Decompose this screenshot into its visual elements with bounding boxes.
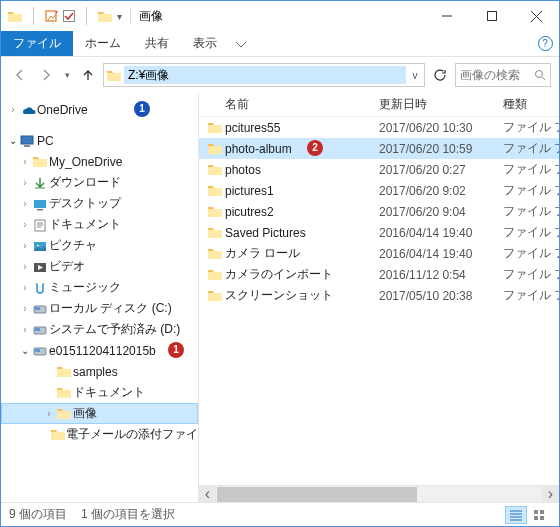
- folder-icon: [205, 226, 225, 239]
- chevron-right-icon[interactable]: ›: [19, 198, 31, 209]
- tree-item[interactable]: samples: [1, 361, 198, 382]
- file-row[interactable]: カメラのインポート2016/11/12 0:54ファイル フォル: [199, 264, 559, 285]
- refresh-button[interactable]: [429, 63, 451, 87]
- tab-file[interactable]: ファイル: [1, 31, 73, 56]
- status-selected: 1 個の項目を選択: [81, 506, 175, 523]
- file-name: カメラ ロール: [225, 245, 379, 262]
- tree-item-icon: [31, 176, 49, 190]
- nav-tree: › OneDrive 1 ⌄ PC ›My_OneDrive›ダウンロード›デス…: [1, 93, 199, 502]
- chevron-right-icon[interactable]: ›: [19, 219, 31, 230]
- folder-icon: [205, 205, 225, 218]
- chevron-right-icon[interactable]: ›: [19, 240, 31, 251]
- file-row[interactable]: picutres22017/06/20 9:04ファイル フォル: [199, 201, 559, 222]
- ribbon: ファイル ホーム 共有 表示 ?: [1, 31, 559, 57]
- scroll-right-icon[interactable]: ›: [542, 486, 559, 503]
- recent-dropdown[interactable]: ▾: [61, 64, 73, 86]
- tree-item[interactable]: ›ビデオ: [1, 256, 198, 277]
- folder-icon: [104, 69, 124, 82]
- maximize-button[interactable]: [469, 1, 514, 31]
- tree-label: My_OneDrive: [49, 155, 122, 169]
- qat-properties-icon[interactable]: [44, 9, 58, 23]
- address-input[interactable]: [124, 66, 406, 84]
- tree-item[interactable]: ›ミュージック: [1, 277, 198, 298]
- qat-dropdown-icon[interactable]: ▾: [117, 11, 122, 22]
- file-row[interactable]: pictures12017/06/20 9:02ファイル フォル: [199, 180, 559, 201]
- tab-share[interactable]: 共有: [133, 31, 181, 56]
- tree-item[interactable]: ›システムで予約済み (D:): [1, 319, 198, 340]
- minimize-button[interactable]: [424, 1, 469, 31]
- chevron-right-icon[interactable]: ›: [19, 282, 31, 293]
- file-name: Saved Pictures: [225, 226, 379, 240]
- tree-label: ローカル ディスク (C:): [49, 300, 172, 317]
- file-row[interactable]: Saved Pictures2016/04/14 19:40ファイル フォル: [199, 222, 559, 243]
- file-row[interactable]: pcitures552017/06/20 10:30ファイル フォル: [199, 117, 559, 138]
- tab-home[interactable]: ホーム: [73, 31, 133, 56]
- tree-item[interactable]: ›デスクトップ: [1, 193, 198, 214]
- chevron-right-icon[interactable]: ›: [7, 104, 19, 115]
- status-count: 9 個の項目: [9, 506, 67, 523]
- chevron-down-icon[interactable]: ⌄: [19, 345, 31, 356]
- tree-item[interactable]: ›My_OneDrive: [1, 151, 198, 172]
- chevron-right-icon[interactable]: ›: [19, 156, 31, 167]
- scroll-left-icon[interactable]: ‹: [199, 486, 216, 503]
- file-date: 2016/04/14 19:40: [379, 247, 503, 261]
- close-button[interactable]: [514, 1, 559, 31]
- search-input[interactable]: [460, 68, 530, 82]
- file-date: 2017/06/20 10:59: [379, 142, 503, 156]
- back-button[interactable]: [9, 64, 31, 86]
- quick-access-toolbar: ▾: [7, 7, 135, 25]
- file-date: 2017/06/20 10:30: [379, 121, 503, 135]
- scroll-thumb[interactable]: [217, 487, 417, 502]
- col-type[interactable]: 種類: [503, 96, 559, 113]
- address-dropdown-icon[interactable]: v: [406, 70, 424, 81]
- tree-item-icon: [31, 344, 49, 358]
- tree-pc[interactable]: ⌄ PC: [1, 130, 198, 151]
- folder-icon: [55, 365, 73, 378]
- horizontal-scrollbar[interactable]: ‹ ›: [199, 485, 559, 502]
- view-icons-button[interactable]: [529, 506, 551, 524]
- chevron-right-icon[interactable]: ›: [19, 177, 31, 188]
- file-date: 2017/06/20 9:04: [379, 205, 503, 219]
- up-button[interactable]: [77, 64, 99, 86]
- tree-item[interactable]: ›ドキュメント: [1, 214, 198, 235]
- tree-label: ビデオ: [49, 258, 85, 275]
- tree-item[interactable]: ›画像: [1, 403, 198, 424]
- file-row[interactable]: photo-album2017/06/20 10:59ファイル フォル2: [199, 138, 559, 159]
- tree-item-icon: [31, 260, 49, 274]
- file-rows: pcitures552017/06/20 10:30ファイル フォルphoto-…: [199, 117, 559, 485]
- chevron-down-icon[interactable]: ⌄: [7, 135, 19, 146]
- file-row[interactable]: スクリーンショット2017/05/10 20:38ファイル フォル: [199, 285, 559, 306]
- view-details-button[interactable]: [505, 506, 527, 524]
- tree-item[interactable]: ⌄e01511204112015b1: [1, 340, 198, 361]
- file-row[interactable]: カメラ ロール2016/04/14 19:40ファイル フォル: [199, 243, 559, 264]
- tab-view[interactable]: 表示: [181, 31, 229, 56]
- titlebar: ▾ 画像: [1, 1, 559, 31]
- file-row[interactable]: photos2017/06/20 0:27ファイル フォル: [199, 159, 559, 180]
- tree-item[interactable]: ›ローカル ディスク (C:): [1, 298, 198, 319]
- separator: [33, 7, 34, 25]
- tree-item[interactable]: ›ダウンロード: [1, 172, 198, 193]
- folder-icon: [97, 9, 113, 23]
- tree-item[interactable]: ›ピクチャ: [1, 235, 198, 256]
- tree-onedrive[interactable]: › OneDrive 1: [1, 99, 198, 120]
- tree-item[interactable]: ドキュメント: [1, 382, 198, 403]
- svg-rect-20: [540, 510, 544, 514]
- svg-rect-5: [24, 145, 30, 147]
- forward-button[interactable]: [35, 64, 57, 86]
- chevron-right-icon[interactable]: ›: [19, 324, 31, 335]
- address-bar[interactable]: v: [103, 63, 425, 87]
- col-date[interactable]: 更新日時: [379, 96, 503, 113]
- help-button[interactable]: ?: [531, 31, 559, 56]
- search-box[interactable]: [455, 63, 551, 87]
- chevron-right-icon[interactable]: ›: [43, 408, 55, 419]
- tree-label: e01511204112015b: [49, 344, 156, 358]
- col-name[interactable]: 名前: [225, 96, 379, 113]
- svg-rect-4: [21, 136, 33, 144]
- annotation-badge-1-red: 1: [168, 342, 184, 358]
- chevron-right-icon[interactable]: ›: [19, 303, 31, 314]
- ribbon-expand-icon[interactable]: [229, 31, 253, 56]
- qat-checkbox-icon[interactable]: [62, 9, 76, 23]
- tree-item[interactable]: 電子メールの添付ファイ: [1, 424, 198, 445]
- tree-item-icon: [31, 218, 49, 232]
- chevron-right-icon[interactable]: ›: [19, 261, 31, 272]
